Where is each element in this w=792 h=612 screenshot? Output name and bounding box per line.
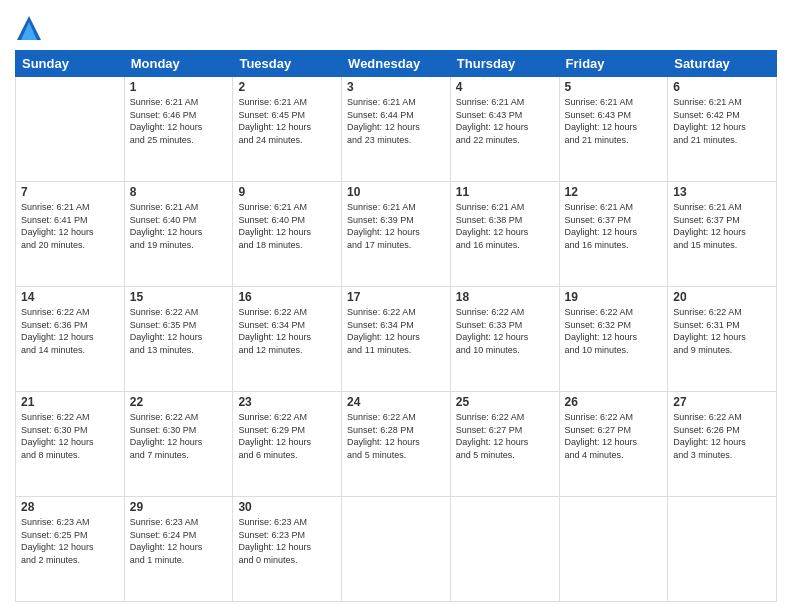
day-number: 2 [238, 80, 336, 94]
day-number: 29 [130, 500, 228, 514]
day-info: Sunrise: 6:21 AM Sunset: 6:39 PM Dayligh… [347, 201, 445, 251]
calendar-cell: 24Sunrise: 6:22 AM Sunset: 6:28 PM Dayli… [342, 392, 451, 497]
calendar-cell: 10Sunrise: 6:21 AM Sunset: 6:39 PM Dayli… [342, 182, 451, 287]
day-info: Sunrise: 6:21 AM Sunset: 6:43 PM Dayligh… [565, 96, 663, 146]
day-info: Sunrise: 6:22 AM Sunset: 6:26 PM Dayligh… [673, 411, 771, 461]
logo-icon [15, 14, 43, 42]
day-number: 28 [21, 500, 119, 514]
calendar-cell [450, 497, 559, 602]
calendar-cell [559, 497, 668, 602]
calendar-day-header: Tuesday [233, 51, 342, 77]
day-info: Sunrise: 6:22 AM Sunset: 6:30 PM Dayligh… [130, 411, 228, 461]
day-number: 1 [130, 80, 228, 94]
calendar-cell: 5Sunrise: 6:21 AM Sunset: 6:43 PM Daylig… [559, 77, 668, 182]
calendar-cell: 25Sunrise: 6:22 AM Sunset: 6:27 PM Dayli… [450, 392, 559, 497]
day-info: Sunrise: 6:22 AM Sunset: 6:31 PM Dayligh… [673, 306, 771, 356]
calendar-cell: 6Sunrise: 6:21 AM Sunset: 6:42 PM Daylig… [668, 77, 777, 182]
calendar-day-header: Wednesday [342, 51, 451, 77]
calendar-cell: 3Sunrise: 6:21 AM Sunset: 6:44 PM Daylig… [342, 77, 451, 182]
calendar-cell: 19Sunrise: 6:22 AM Sunset: 6:32 PM Dayli… [559, 287, 668, 392]
calendar-cell: 29Sunrise: 6:23 AM Sunset: 6:24 PM Dayli… [124, 497, 233, 602]
day-number: 9 [238, 185, 336, 199]
calendar-cell: 15Sunrise: 6:22 AM Sunset: 6:35 PM Dayli… [124, 287, 233, 392]
day-number: 23 [238, 395, 336, 409]
day-info: Sunrise: 6:21 AM Sunset: 6:38 PM Dayligh… [456, 201, 554, 251]
calendar-cell: 12Sunrise: 6:21 AM Sunset: 6:37 PM Dayli… [559, 182, 668, 287]
calendar-cell: 11Sunrise: 6:21 AM Sunset: 6:38 PM Dayli… [450, 182, 559, 287]
day-info: Sunrise: 6:21 AM Sunset: 6:41 PM Dayligh… [21, 201, 119, 251]
calendar-cell: 27Sunrise: 6:22 AM Sunset: 6:26 PM Dayli… [668, 392, 777, 497]
day-number: 24 [347, 395, 445, 409]
calendar-day-header: Saturday [668, 51, 777, 77]
day-info: Sunrise: 6:22 AM Sunset: 6:33 PM Dayligh… [456, 306, 554, 356]
calendar-cell: 17Sunrise: 6:22 AM Sunset: 6:34 PM Dayli… [342, 287, 451, 392]
calendar-cell: 16Sunrise: 6:22 AM Sunset: 6:34 PM Dayli… [233, 287, 342, 392]
day-number: 4 [456, 80, 554, 94]
day-info: Sunrise: 6:22 AM Sunset: 6:29 PM Dayligh… [238, 411, 336, 461]
calendar-cell: 14Sunrise: 6:22 AM Sunset: 6:36 PM Dayli… [16, 287, 125, 392]
day-info: Sunrise: 6:23 AM Sunset: 6:23 PM Dayligh… [238, 516, 336, 566]
day-info: Sunrise: 6:21 AM Sunset: 6:43 PM Dayligh… [456, 96, 554, 146]
calendar-cell: 9Sunrise: 6:21 AM Sunset: 6:40 PM Daylig… [233, 182, 342, 287]
day-number: 11 [456, 185, 554, 199]
calendar-header-row: SundayMondayTuesdayWednesdayThursdayFrid… [16, 51, 777, 77]
day-info: Sunrise: 6:21 AM Sunset: 6:42 PM Dayligh… [673, 96, 771, 146]
day-number: 5 [565, 80, 663, 94]
day-info: Sunrise: 6:23 AM Sunset: 6:25 PM Dayligh… [21, 516, 119, 566]
day-number: 15 [130, 290, 228, 304]
day-info: Sunrise: 6:21 AM Sunset: 6:40 PM Dayligh… [130, 201, 228, 251]
calendar-week-row: 1Sunrise: 6:21 AM Sunset: 6:46 PM Daylig… [16, 77, 777, 182]
calendar-cell: 1Sunrise: 6:21 AM Sunset: 6:46 PM Daylig… [124, 77, 233, 182]
calendar-cell: 13Sunrise: 6:21 AM Sunset: 6:37 PM Dayli… [668, 182, 777, 287]
calendar-table: SundayMondayTuesdayWednesdayThursdayFrid… [15, 50, 777, 602]
day-number: 21 [21, 395, 119, 409]
day-number: 22 [130, 395, 228, 409]
calendar-cell: 20Sunrise: 6:22 AM Sunset: 6:31 PM Dayli… [668, 287, 777, 392]
calendar-cell: 23Sunrise: 6:22 AM Sunset: 6:29 PM Dayli… [233, 392, 342, 497]
day-info: Sunrise: 6:21 AM Sunset: 6:45 PM Dayligh… [238, 96, 336, 146]
day-info: Sunrise: 6:22 AM Sunset: 6:30 PM Dayligh… [21, 411, 119, 461]
header [15, 10, 777, 42]
calendar-cell: 28Sunrise: 6:23 AM Sunset: 6:25 PM Dayli… [16, 497, 125, 602]
day-info: Sunrise: 6:21 AM Sunset: 6:37 PM Dayligh… [673, 201, 771, 251]
day-info: Sunrise: 6:22 AM Sunset: 6:34 PM Dayligh… [347, 306, 445, 356]
calendar-cell: 22Sunrise: 6:22 AM Sunset: 6:30 PM Dayli… [124, 392, 233, 497]
day-info: Sunrise: 6:22 AM Sunset: 6:34 PM Dayligh… [238, 306, 336, 356]
day-number: 25 [456, 395, 554, 409]
day-number: 19 [565, 290, 663, 304]
day-number: 30 [238, 500, 336, 514]
calendar-day-header: Sunday [16, 51, 125, 77]
day-info: Sunrise: 6:22 AM Sunset: 6:36 PM Dayligh… [21, 306, 119, 356]
logo [15, 14, 47, 42]
calendar-cell: 4Sunrise: 6:21 AM Sunset: 6:43 PM Daylig… [450, 77, 559, 182]
calendar-day-header: Monday [124, 51, 233, 77]
calendar-cell: 8Sunrise: 6:21 AM Sunset: 6:40 PM Daylig… [124, 182, 233, 287]
calendar-cell [16, 77, 125, 182]
day-number: 27 [673, 395, 771, 409]
day-info: Sunrise: 6:22 AM Sunset: 6:35 PM Dayligh… [130, 306, 228, 356]
day-number: 8 [130, 185, 228, 199]
calendar-cell: 18Sunrise: 6:22 AM Sunset: 6:33 PM Dayli… [450, 287, 559, 392]
day-number: 12 [565, 185, 663, 199]
day-info: Sunrise: 6:22 AM Sunset: 6:28 PM Dayligh… [347, 411, 445, 461]
day-number: 17 [347, 290, 445, 304]
day-number: 3 [347, 80, 445, 94]
calendar-cell [668, 497, 777, 602]
calendar-day-header: Thursday [450, 51, 559, 77]
day-info: Sunrise: 6:21 AM Sunset: 6:44 PM Dayligh… [347, 96, 445, 146]
day-number: 14 [21, 290, 119, 304]
calendar-week-row: 14Sunrise: 6:22 AM Sunset: 6:36 PM Dayli… [16, 287, 777, 392]
day-number: 20 [673, 290, 771, 304]
calendar-cell: 26Sunrise: 6:22 AM Sunset: 6:27 PM Dayli… [559, 392, 668, 497]
calendar-cell: 7Sunrise: 6:21 AM Sunset: 6:41 PM Daylig… [16, 182, 125, 287]
day-info: Sunrise: 6:21 AM Sunset: 6:37 PM Dayligh… [565, 201, 663, 251]
calendar-cell: 2Sunrise: 6:21 AM Sunset: 6:45 PM Daylig… [233, 77, 342, 182]
day-number: 18 [456, 290, 554, 304]
day-info: Sunrise: 6:22 AM Sunset: 6:27 PM Dayligh… [565, 411, 663, 461]
day-info: Sunrise: 6:21 AM Sunset: 6:40 PM Dayligh… [238, 201, 336, 251]
day-number: 16 [238, 290, 336, 304]
day-number: 10 [347, 185, 445, 199]
day-info: Sunrise: 6:22 AM Sunset: 6:27 PM Dayligh… [456, 411, 554, 461]
calendar-day-header: Friday [559, 51, 668, 77]
calendar-week-row: 28Sunrise: 6:23 AM Sunset: 6:25 PM Dayli… [16, 497, 777, 602]
